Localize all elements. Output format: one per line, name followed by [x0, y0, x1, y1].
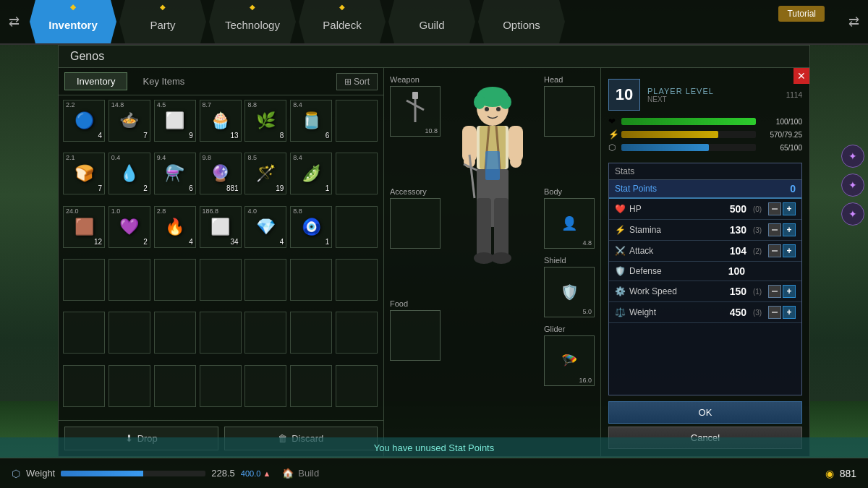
tab-inventory-items[interactable]: Inventory — [64, 72, 127, 90]
inventory-slot-20[interactable] — [336, 206, 378, 248]
hp-bar-row: ❤ 100/100 — [608, 116, 802, 127]
body-slot[interactable]: 4.8 👤 — [544, 198, 595, 249]
inventory-slot-3[interactable]: 🧁8.713 — [200, 100, 242, 142]
item-count-9: 6 — [189, 184, 193, 192]
svg-rect-20 — [477, 198, 491, 256]
item-weight-3: 8.7 — [203, 101, 212, 108]
inventory-slot-11[interactable]: 🪄8.519 — [244, 153, 286, 194]
item-count-10: 881 — [226, 184, 239, 192]
stamina-bar-row: ⚡ 570/79.25 — [608, 129, 802, 140]
inventory-slot-10[interactable]: 🔮9.8881 — [200, 153, 242, 194]
stat-increase-0[interactable]: + — [783, 202, 796, 215]
inventory-slot-39[interactable] — [244, 365, 286, 407]
stat-decrease-5[interactable] — [768, 306, 781, 319]
inventory-slot-31[interactable] — [200, 312, 242, 354]
item-count-0: 4 — [98, 132, 102, 140]
inventory-slot-26[interactable] — [290, 259, 332, 301]
inventory-slot-21[interactable] — [63, 259, 105, 301]
inventory-slot-25[interactable] — [244, 259, 286, 301]
inventory-slot-28[interactable] — [63, 312, 105, 354]
inventory-slot-29[interactable] — [109, 312, 150, 354]
inventory-slot-35[interactable] — [63, 365, 105, 407]
tab-party[interactable]: ◆ Party — [119, 0, 206, 43]
food-slot[interactable] — [390, 310, 441, 361]
hp-bar-text: 100/100 — [759, 118, 802, 126]
head-group: Head Body 4.8 👤 Shield 5.0 🛡️ — [544, 75, 595, 386]
sort-button[interactable]: ⊞ Sort — [336, 73, 378, 90]
stat-increase-1[interactable]: + — [783, 223, 796, 236]
stat-decrease-1[interactable] — [768, 223, 781, 236]
inventory-slot-15[interactable]: 💜1.02 — [109, 206, 150, 248]
inventory-slot-14[interactable]: 🟫24.012 — [63, 206, 105, 248]
right-status: ◉ 881 — [825, 468, 856, 479]
head-slot[interactable] — [544, 86, 595, 137]
nav-arrow-right[interactable]: ⇄ — [840, 14, 868, 30]
inventory-slot-38[interactable] — [200, 365, 242, 407]
inventory-slot-17[interactable]: ⬜186.834 — [200, 206, 242, 248]
inventory-slot-1[interactable]: 🍲14.87 — [109, 100, 150, 142]
item-count-4: 8 — [280, 132, 284, 140]
inventory-slot-33[interactable] — [290, 312, 332, 354]
tab-technology[interactable]: ◆ Technology — [209, 0, 296, 43]
tab-guild[interactable]: Guild — [388, 0, 475, 43]
inventory-slot-30[interactable] — [154, 312, 196, 354]
stat-increase-2[interactable]: + — [783, 244, 796, 257]
inventory-slot-2[interactable]: ⬜4.59 — [154, 100, 196, 142]
inventory-slot-19[interactable]: 🧿8.81 — [290, 206, 332, 248]
food-label: Food — [390, 299, 441, 308]
inventory-slot-24[interactable] — [200, 259, 242, 301]
stat-increase-4[interactable]: + — [783, 285, 796, 298]
shield-slot[interactable]: 5.0 🛡️ — [544, 267, 595, 317]
inventory-slot-37[interactable] — [154, 365, 196, 407]
build-section[interactable]: 🏠 Build — [282, 468, 319, 479]
accessory-slot[interactable] — [390, 198, 441, 249]
item-count-16: 4 — [189, 238, 193, 246]
tab-key-items[interactable]: Key Items — [130, 72, 197, 90]
inventory-slot-8[interactable]: 💧0.42 — [109, 153, 150, 194]
inventory-slot-36[interactable] — [109, 365, 150, 407]
inventory-slot-0[interactable]: 🔵2.24 — [63, 100, 105, 142]
inventory-slot-34[interactable] — [336, 312, 378, 354]
inventory-slot-22[interactable] — [109, 259, 150, 301]
stat-decrease-0[interactable] — [768, 202, 781, 215]
inventory-slot-6[interactable] — [336, 100, 378, 142]
inventory-slot-40[interactable] — [290, 365, 332, 407]
stat-increase-5[interactable]: + — [783, 306, 796, 319]
item-weight-7: 2.1 — [66, 154, 75, 161]
nav-arrow-left[interactable]: ⇄ — [0, 14, 28, 30]
inventory-slot-12[interactable]: 🫛8.41 — [290, 153, 332, 194]
tab-paldeck[interactable]: ◆ Paldeck — [299, 0, 386, 43]
inventory-slot-13[interactable] — [336, 153, 378, 194]
inventory-slot-9[interactable]: ⚗️9.46 — [154, 153, 196, 194]
inventory-slot-27[interactable] — [336, 259, 378, 301]
tutorial-button[interactable]: Tutorial — [778, 6, 825, 22]
tab-inventory[interactable]: ◆ Inventory — [30, 0, 116, 43]
inventory-slot-7[interactable]: 🍞2.17 — [63, 153, 105, 194]
item-count-17: 34 — [230, 238, 238, 246]
close-button[interactable]: ✕ — [793, 68, 809, 84]
inventory-slot-4[interactable]: 🌿8.88 — [244, 100, 286, 142]
float-icon-2[interactable]: ✦ — [841, 174, 864, 197]
stat-decrease-2[interactable] — [768, 244, 781, 257]
item-count-2: 9 — [189, 132, 193, 140]
item-icon-1: 🍲 — [119, 111, 139, 130]
weapon-slot[interactable]: 10.8 — [390, 86, 441, 137]
inventory-slot-5[interactable]: 🫙8.46 — [290, 100, 332, 142]
tab-options[interactable]: Options — [478, 0, 565, 43]
stat-decrease-4[interactable] — [768, 285, 781, 298]
inventory-slot-32[interactable] — [244, 312, 286, 354]
float-icon-3[interactable]: ✦ — [841, 202, 864, 226]
tab-party-label: Party — [150, 19, 175, 31]
inventory-slot-41[interactable] — [336, 365, 378, 407]
tab-options-label: Options — [503, 19, 540, 31]
inventory-slot-23[interactable] — [154, 259, 196, 301]
float-icon-1[interactable]: ✦ — [841, 145, 864, 168]
inventory-slot-16[interactable]: 🔥2.84 — [154, 206, 196, 248]
svg-point-8 — [496, 107, 501, 111]
main-content: Inventory Key Items ⊞ Sort 🔵2.24🍲14.87⬜4… — [59, 68, 809, 456]
shield-group: Shield 5.0 🛡️ — [544, 256, 595, 317]
item-count-15: 2 — [143, 238, 148, 246]
glider-slot[interactable]: 16.0 🪂 — [544, 335, 595, 386]
inventory-slot-18[interactable]: 💎4.04 — [244, 206, 286, 248]
ok-button[interactable]: OK — [608, 401, 802, 424]
